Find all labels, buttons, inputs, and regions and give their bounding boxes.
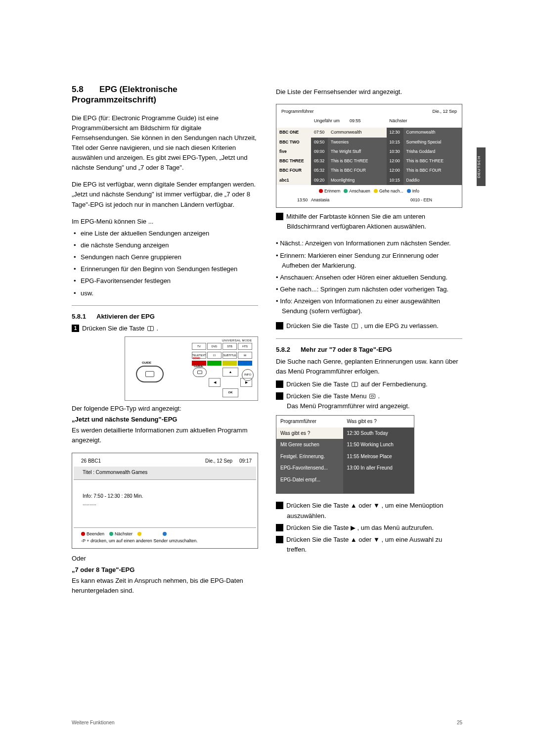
sub-5-8-1-heading: 5.8.1Aktivieren der EPG [72, 312, 258, 322]
remote-caption: Der folgende EPG-Typ wird angezeigt: [72, 404, 258, 414]
guide-icon [352, 382, 358, 387]
section-heading: 5.8EPG (Elektronische Programmzeitschrif… [72, 84, 258, 105]
step-m4: 4Drücken Sie die Taste ▶ , um das Menü a… [276, 523, 462, 533]
dpad: ▲ OK ◀ ▶ [209, 368, 252, 397]
step-1: 1Drücken Sie die Taste . [72, 324, 258, 333]
step-2: 2Mithilfe der Farbtaste können Sie die a… [276, 212, 462, 232]
sub-5-8-2-desc: Die Suche nach Genre, geplanten Erinneru… [276, 357, 462, 377]
step-m1: 1Drücken Sie die Taste auf der Fernbedie… [276, 379, 462, 389]
now-next-heading: „Jetzt und nächste Sendung"-EPG [72, 415, 258, 425]
guide-button-large [136, 366, 164, 382]
epg-7-8-screen: ProgrammführerDie., 12 Sep Ungefähr um 0… [276, 104, 462, 208]
remote-illustration: UNIVERSAL MODE TVDVDSTBHTS TELETEXT⊡SUBT… [125, 336, 258, 401]
programmfuhrer-menu: ProgrammführerWas gibt es ? Was gibt es … [276, 415, 414, 494]
availability-paragraph: Die EPG ist verfügbar, wenn digitale Sen… [72, 180, 258, 209]
step-3: 3Drücken Sie die Taste , um die EPG zu v… [276, 321, 462, 331]
guide-icon [147, 326, 154, 331]
menu-intro: Im EPG-Menü können Sie ... [72, 217, 258, 227]
language-tab: DEUTSCH [477, 147, 486, 186]
menu-list: eine Liste der aktuellen Sendungen anzei… [72, 229, 258, 298]
now-next-desc: Es werden detaillierte Informationen zum… [72, 425, 258, 445]
guide-icon [352, 324, 358, 329]
step-m5: 5Drücken Sie die Taste ▲ oder ▼ , um ein… [276, 535, 462, 555]
channel-list-caption: Die Liste der Fernsehsender wird angezei… [276, 87, 462, 97]
guide-button-small [193, 368, 207, 377]
step-m2: 2Drücken Sie die Taste Menu . Das Menü P… [276, 391, 462, 411]
7-8-days-heading: „7 oder 8 Tage"-EPG [72, 565, 258, 575]
now-next-screen: 26 BBC1 Die., 12 Sep 09:17 Titel : Commo… [72, 453, 258, 549]
intro-paragraph: Die EPG (für: Electronic Programme Guide… [72, 113, 258, 173]
page-footer: Weitere Funktionen 25 [72, 720, 462, 725]
color-actions-list: Nächst.: Anzeigen von Informationen zum … [276, 238, 462, 316]
sub-5-8-2-heading: 5.8.2Mehr zur "7 oder 8 Tage"-EPG [276, 345, 462, 355]
7-8-days-desc: Es kann etwas Zeit in Anspruch nehmen, b… [72, 576, 258, 596]
oder-label: Oder [72, 554, 258, 564]
step-m3: 3Drücken Sie die Taste ▲ oder ▼ , um ein… [276, 501, 462, 520]
menu-icon [369, 394, 375, 399]
